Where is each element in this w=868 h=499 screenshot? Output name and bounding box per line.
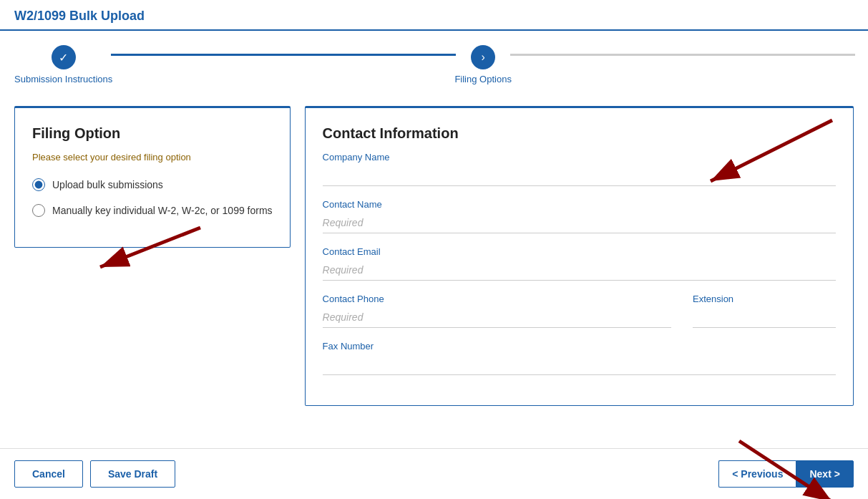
page-title: W2/1099 Bulk Upload [14,9,854,29]
page-footer: Cancel Save Draft < Previous Next > [0,448,868,499]
step-line-2 [510,54,855,56]
contact-phone-label: Contact Phone [323,294,671,304]
contact-panel-wrapper: Contact Information Company Name Contact… [305,106,854,434]
filing-panel-title: Filing Option [32,125,273,142]
save-draft-button[interactable]: Save Draft [90,460,175,488]
extension-input[interactable] [693,307,836,328]
step-filing-options: › Filing Options [454,45,511,84]
company-name-input[interactable] [323,165,836,186]
contact-email-label: Contact Email [323,246,836,257]
contact-panel: Contact Information Company Name Contact… [305,106,854,406]
next-button[interactable]: Next > [796,460,854,488]
fax-number-label: Fax Number [323,341,836,352]
field-contact-phone: Contact Phone [323,294,671,328]
field-fax-number: Fax Number [323,341,836,375]
fax-number-input[interactable] [323,354,836,375]
step-1-circle: ✓ [52,45,76,69]
page-header: W2/1099 Bulk Upload [0,0,868,31]
step-2-circle: › [471,45,495,69]
radio-manual[interactable]: Manually key individual W-2, W-2c, or 10… [32,204,273,217]
contact-name-label: Contact Name [323,199,836,210]
contact-phone-input[interactable] [323,307,671,328]
next-label: Next [809,468,831,480]
field-extension: Extension [693,294,836,328]
field-contact-email: Contact Email [323,246,836,281]
progress-steps: ✓ Submission Instructions › Filing Optio… [0,31,868,92]
step-2-label: Filing Options [454,74,511,84]
radio-bulk-input[interactable] [32,178,45,191]
radio-manual-input[interactable] [32,204,45,217]
previous-button[interactable]: < Previous [718,460,796,488]
filing-panel-subtitle: Please select your desired filing option [32,152,273,163]
field-company-name: Company Name [323,152,836,186]
previous-label: Previous [741,468,783,480]
prev-icon: < [732,468,738,480]
footer-left: Cancel Save Draft [14,460,175,488]
footer-right: < Previous Next > [718,460,854,488]
filing-panel-wrapper: Filing Option Please select your desired… [14,106,291,434]
extension-label: Extension [693,294,836,304]
radio-bulk-label: Upload bulk submissions [52,179,163,190]
step-line-1 [111,54,456,56]
main-content: Filing Option Please select your desired… [0,92,868,448]
cancel-button[interactable]: Cancel [14,460,83,488]
step-submission-instructions: ✓ Submission Instructions [14,45,112,84]
next-icon: > [834,468,840,480]
radio-bulk[interactable]: Upload bulk submissions [32,178,273,191]
contact-panel-title: Contact Information [323,125,836,142]
phone-extension-row: Contact Phone Extension [323,294,836,341]
contact-email-input[interactable] [323,260,836,281]
radio-manual-label: Manually key individual W-2, W-2c, or 10… [52,205,273,216]
step-1-label: Submission Instructions [14,74,112,84]
contact-name-input[interactable] [323,213,836,233]
filing-panel: Filing Option Please select your desired… [14,106,291,248]
company-name-label: Company Name [323,152,836,163]
field-contact-name: Contact Name [323,199,836,233]
